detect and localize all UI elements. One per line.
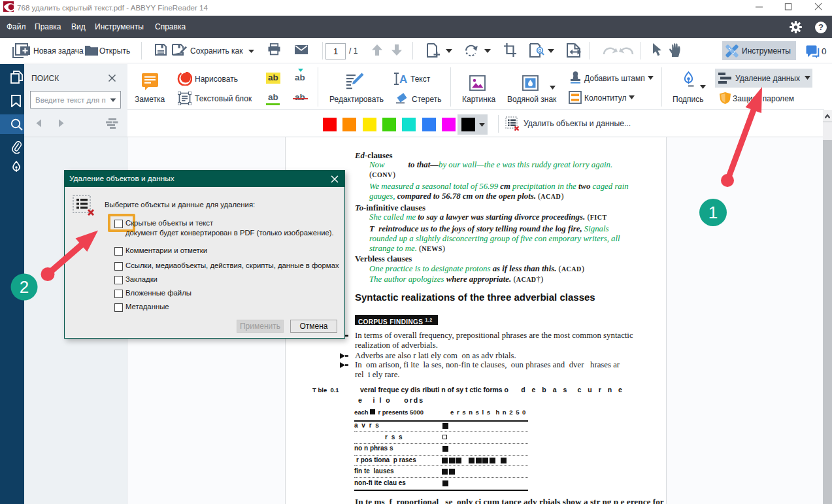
svg-text:A: A	[399, 73, 407, 85]
